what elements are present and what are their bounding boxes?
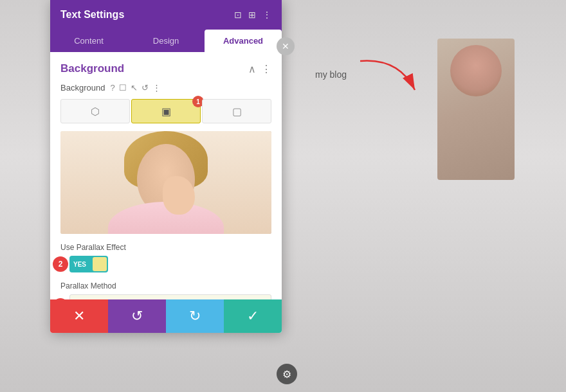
help-icon[interactable]: ? <box>110 83 114 93</box>
parallax-toggle[interactable]: YES <box>69 256 108 272</box>
close-button[interactable]: ✕ <box>277 37 295 55</box>
redo-button[interactable]: ↻ <box>166 299 224 333</box>
type-btn-color[interactable]: ⬡ <box>60 99 130 123</box>
panel-header: Text Settings ⊡ ⊞ ⋮ <box>50 0 282 30</box>
more-icon[interactable]: ⋮ <box>262 10 271 20</box>
person-illustration <box>60 131 271 234</box>
type-btn-video[interactable]: ▢ <box>202 99 271 123</box>
tab-design[interactable]: Design <box>127 30 205 52</box>
panel-header-icons: ⊡ ⊞ ⋮ <box>234 10 271 20</box>
reset-icon[interactable]: ↺ <box>142 83 149 93</box>
close-icon: ✕ <box>282 41 289 51</box>
save-icon: ✓ <box>247 308 259 325</box>
undo-button[interactable]: ↺ <box>108 299 166 333</box>
parallax-method-label: Parallax Method <box>60 281 271 290</box>
gear-icon: ⚙ <box>282 368 291 380</box>
toggle-thumb <box>93 257 107 271</box>
cursor-icon[interactable]: ↖ <box>131 83 138 93</box>
columns-icon[interactable]: ⊞ <box>248 10 256 20</box>
bg-more-icon[interactable]: ⋮ <box>152 83 161 93</box>
panel-title: Text Settings <box>60 9 124 21</box>
type-buttons: ⬡ ▣ 1 ▢ <box>60 99 271 123</box>
type-btn-image[interactable]: ▣ 1 <box>131 99 201 123</box>
section-header: Background ∧ ⋮ <box>60 62 271 75</box>
blog-text: my blog <box>315 69 347 80</box>
undo-icon: ↺ <box>131 308 143 325</box>
image-icon: ▣ <box>161 105 171 118</box>
section-title: Background <box>60 62 124 75</box>
parallax-badge: 2 <box>53 256 68 272</box>
tab-content[interactable]: Content <box>50 30 127 52</box>
section-header-right: ∧ ⋮ <box>248 63 271 75</box>
settings-panel: Text Settings ⊡ ⊞ ⋮ Content Design Advan… <box>50 0 282 333</box>
color-icon: ⬡ <box>91 105 100 118</box>
video-icon: ▢ <box>232 105 242 118</box>
section-more-icon[interactable]: ⋮ <box>261 63 271 75</box>
save-button[interactable]: ✓ <box>224 299 282 333</box>
tabs-bar: Content Design Advanced <box>50 30 282 52</box>
image-preview[interactable] <box>60 131 271 234</box>
bg-row-icons: ? ☐ ↖ ↺ ⋮ <box>110 83 160 93</box>
parallax-section: Use Parallax Effect 2 YES <box>60 243 271 272</box>
tab-advanced[interactable]: Advanced <box>205 30 282 52</box>
responsive-icon[interactable]: ⊡ <box>234 10 242 20</box>
red-arrow-icon <box>347 51 424 103</box>
collapse-icon[interactable]: ∧ <box>248 63 256 75</box>
panel-body: Background ∧ ⋮ Background ? ☐ ↖ ↺ ⋮ ⬡ ▣ <box>50 52 282 333</box>
parallax-label: Use Parallax Effect <box>60 243 271 252</box>
bottom-toolbar: ✕ ↺ ↻ ✓ <box>50 299 282 333</box>
redo-icon: ↻ <box>189 308 201 325</box>
cancel-icon: ✕ <box>73 308 85 325</box>
toggle-yes-label: YES <box>69 261 86 268</box>
background-row: Background ? ☐ ↖ ↺ ⋮ <box>60 83 271 93</box>
portrait-image <box>437 39 515 180</box>
settings-gear-button[interactable]: ⚙ <box>277 364 297 384</box>
background-label: Background <box>60 83 105 93</box>
device-icon[interactable]: ☐ <box>119 83 127 93</box>
cancel-button[interactable]: ✕ <box>50 299 108 333</box>
